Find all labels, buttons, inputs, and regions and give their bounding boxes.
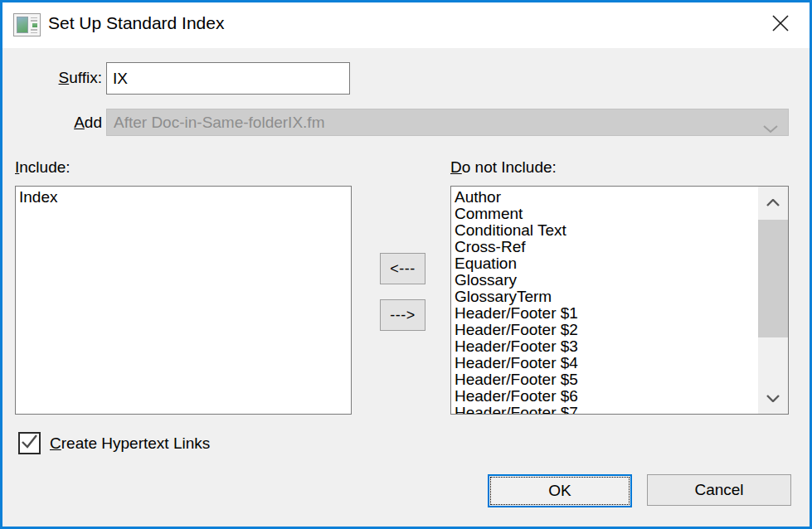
create-hypertext-links-checkbox[interactable]: [18, 432, 41, 454]
chevron-down-icon: [766, 392, 780, 405]
ok-button[interactable]: OK: [488, 474, 632, 507]
move-to-include-button[interactable]: <---: [380, 253, 425, 284]
scroll-down-button[interactable]: [758, 382, 788, 414]
close-icon: [770, 12, 791, 36]
include-label: Include:: [15, 158, 71, 177]
chevron-up-icon: [766, 197, 780, 209]
cancel-button[interactable]: Cancel: [647, 474, 791, 506]
close-button[interactable]: [759, 6, 802, 43]
scroll-up-button[interactable]: [758, 187, 788, 218]
include-list-items: Index: [16, 187, 351, 414]
list-item[interactable]: Conditional Text: [451, 222, 758, 239]
title-bar: Set Up Standard Index: [2, 2, 810, 48]
list-item[interactable]: Glossary: [451, 272, 758, 289]
list-item[interactable]: Header/Footer $5: [451, 371, 758, 388]
list-item[interactable]: Cross-Ref: [451, 239, 758, 255]
add-position-dropdown[interactable]: After Doc-in-Same-folderIX.fm: [106, 109, 789, 136]
chevron-down-icon: [763, 119, 778, 138]
do-not-include-listbox[interactable]: AuthorCommentConditional TextCross-RefEq…: [450, 186, 789, 415]
list-item[interactable]: Header/Footer $3: [451, 338, 758, 355]
list-item[interactable]: Index: [16, 189, 351, 206]
add-label: Add: [19, 114, 102, 132]
list-item[interactable]: Equation: [451, 255, 758, 272]
suffix-label: Suffix:: [19, 69, 102, 87]
list-item[interactable]: GlossaryTerm: [451, 289, 758, 305]
move-to-exclude-button[interactable]: --->: [380, 299, 425, 331]
create-hypertext-links-label: Create Hypertext Links: [50, 434, 210, 453]
checkmark-icon: [20, 432, 39, 454]
vertical-scrollbar[interactable]: [758, 187, 788, 414]
list-item[interactable]: Header/Footer $7: [451, 405, 758, 414]
list-item[interactable]: Header/Footer $1: [451, 305, 758, 322]
app-icon: [13, 13, 41, 36]
do-not-include-label: Do not Include:: [450, 158, 557, 177]
scrollbar-thumb[interactable]: [758, 220, 788, 337]
dialog-title: Set Up Standard Index: [48, 13, 224, 33]
do-not-include-list-items: AuthorCommentConditional TextCross-RefEq…: [451, 187, 758, 414]
suffix-input[interactable]: [106, 62, 350, 95]
setup-standard-index-dialog: Set Up Standard Index Suffix: Add After …: [0, 0, 812, 529]
list-item[interactable]: Header/Footer $6: [451, 388, 758, 405]
add-position-dropdown-value: After Doc-in-Same-folderIX.fm: [114, 114, 324, 132]
list-item[interactable]: Comment: [451, 206, 758, 222]
list-item[interactable]: Author: [451, 189, 758, 206]
list-item[interactable]: Header/Footer $4: [451, 355, 758, 371]
list-item[interactable]: Header/Footer $2: [451, 322, 758, 338]
include-listbox[interactable]: Index: [15, 186, 352, 415]
